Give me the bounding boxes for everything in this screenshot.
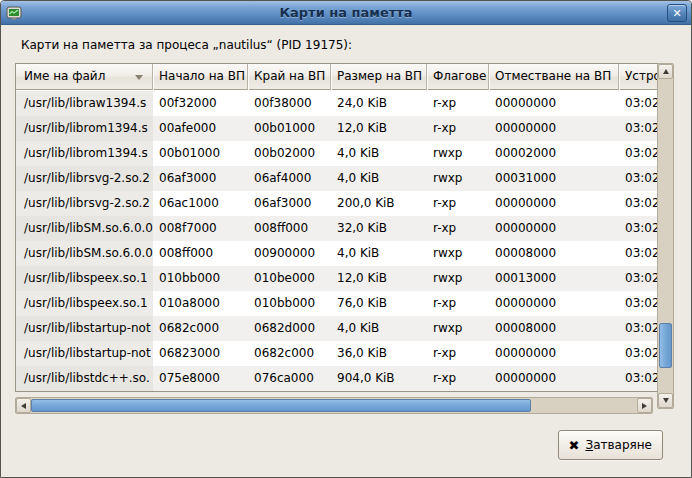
table-cell: 008ff000 [153, 241, 248, 266]
table-cell: 00f38000 [248, 91, 331, 116]
table-cell: 03:02 [619, 341, 657, 366]
sort-descending-icon [135, 75, 143, 80]
table-row[interactable]: /usr/lib/librom1394.s00afe00000b0100012,… [16, 116, 657, 141]
table-cell: 03:02 [619, 166, 657, 191]
table-cell: 03:02 [619, 316, 657, 341]
vertical-scrollbar[interactable] [657, 63, 674, 409]
table-cell: r-xp [427, 341, 489, 366]
table-cell: 0682c000 [153, 316, 248, 341]
close-button[interactable]: ✖ Затваряне [558, 430, 663, 460]
column-header-vm-offset[interactable]: Отместване на ВП [489, 64, 619, 90]
table-cell: r-xp [427, 366, 489, 391]
table-row[interactable]: /usr/lib/libstartup-not0682c0000682d0004… [16, 316, 657, 341]
table-cell: 4,0 KiB [331, 316, 427, 341]
table-cell: 00b01000 [153, 141, 248, 166]
table-cell: 00000000 [489, 366, 619, 391]
table-row[interactable]: /usr/lib/libstdc++.so.075e8000076ca00090… [16, 366, 657, 391]
horizontal-scrollbar-thumb[interactable] [31, 399, 531, 412]
table-cell: /usr/lib/libraw1394.s [16, 91, 153, 116]
table-cell: 76,0 KiB [331, 291, 427, 316]
close-button-label: Затваряне [585, 438, 652, 452]
table-body: /usr/lib/libraw1394.s00f3200000f3800024,… [16, 91, 657, 391]
table-cell: 03:02 [619, 366, 657, 391]
table-cell: 0682c000 [248, 341, 331, 366]
table-cell: r-xp [427, 291, 489, 316]
scroll-down-button[interactable] [658, 393, 673, 408]
titlebar[interactable]: Карти на паметта ✕ [1, 1, 691, 25]
table-row[interactable]: /usr/lib/librsvg-2.so.206ac100006af30002… [16, 191, 657, 216]
table-cell: r-xp [427, 191, 489, 216]
table-row[interactable]: /usr/lib/libraw1394.s00f3200000f3800024,… [16, 91, 657, 116]
table-cell: r-xp [427, 216, 489, 241]
vertical-scrollbar-thumb[interactable] [659, 323, 672, 368]
table-cell: 4,0 KiB [331, 141, 427, 166]
table-cell: /usr/lib/libspeex.so.1 [16, 291, 153, 316]
table-cell: rwxp [427, 166, 489, 191]
table-cell: rwxp [427, 316, 489, 341]
table-cell: 00000000 [489, 91, 619, 116]
column-header-flags[interactable]: Флагове [427, 64, 489, 90]
table-cell: 00000000 [489, 216, 619, 241]
table-cell: 00002000 [489, 141, 619, 166]
table-cell: r-xp [427, 116, 489, 141]
table-row[interactable]: /usr/lib/libspeex.so.1010a8000010bb00076… [16, 291, 657, 316]
column-header-filename[interactable]: Име на файл [16, 64, 153, 90]
table-cell: rwxp [427, 241, 489, 266]
table-cell: 00f32000 [153, 91, 248, 116]
table-cell: 008f7000 [153, 216, 248, 241]
table-cell: 06af3000 [153, 166, 248, 191]
table-header-row: Име на файл Начало на ВП Край на ВП Разм… [16, 64, 657, 90]
close-icon[interactable]: ✕ [667, 4, 687, 22]
memory-maps-table: Име на файл Начало на ВП Край на ВП Разм… [15, 63, 658, 392]
table-cell: 4,0 KiB [331, 166, 427, 191]
table-row[interactable]: /usr/lib/librom1394.s00b0100000b020004,0… [16, 141, 657, 166]
column-header-vm-size[interactable]: Размер на ВП [331, 64, 427, 90]
close-button-x-icon: ✖ [569, 439, 580, 452]
table-cell: /usr/lib/librom1394.s [16, 116, 153, 141]
table-cell: r-xp [427, 91, 489, 116]
table-cell: 00008000 [489, 241, 619, 266]
table-cell: 32,0 KiB [331, 216, 427, 241]
table-cell: 03:02 [619, 266, 657, 291]
table-cell: 0682d000 [248, 316, 331, 341]
column-header-vm-end[interactable]: Край на ВП [248, 64, 331, 90]
table-row[interactable]: /usr/lib/libSM.so.6.0.0008ff000009000004… [16, 241, 657, 266]
arrow-up-icon [663, 69, 669, 74]
scroll-right-button[interactable] [637, 398, 652, 413]
table-cell: 03:02 [619, 141, 657, 166]
table-cell: 03:02 [619, 291, 657, 316]
table-cell: /usr/lib/libspeex.so.1 [16, 266, 153, 291]
table-cell: 00008000 [489, 316, 619, 341]
table-cell: 010be000 [248, 266, 331, 291]
column-header-vm-start[interactable]: Начало на ВП [153, 64, 248, 90]
horizontal-scrollbar[interactable] [15, 397, 653, 414]
arrow-down-icon [663, 398, 669, 403]
table-cell: 008ff000 [248, 216, 331, 241]
table-cell: 010a8000 [153, 291, 248, 316]
column-header-device[interactable]: Устройство [619, 64, 657, 90]
table-row[interactable]: /usr/lib/libspeex.so.1010bb000010be00012… [16, 266, 657, 291]
system-monitor-icon [6, 4, 24, 22]
window-title: Карти на паметта [1, 5, 691, 20]
table-row[interactable]: /usr/lib/librsvg-2.so.206af300006af40004… [16, 166, 657, 191]
table-cell: 00031000 [489, 166, 619, 191]
table-cell: 00000000 [489, 191, 619, 216]
table-cell: 03:02 [619, 191, 657, 216]
table-cell: 904,0 KiB [331, 366, 427, 391]
table-row[interactable]: /usr/lib/libSM.so.6.0.0008f7000008ff0003… [16, 216, 657, 241]
table-cell: 03:02 [619, 116, 657, 141]
scroll-up-button[interactable] [658, 64, 673, 79]
table-cell: 010bb000 [153, 266, 248, 291]
table-cell: /usr/lib/libSM.so.6.0.0 [16, 216, 153, 241]
memory-maps-dialog: Карти на паметта ✕ Карти на паметта за п… [0, 0, 692, 478]
table-row[interactable]: /usr/lib/libstartup-not068230000682c0003… [16, 341, 657, 366]
table-cell: 03:02 [619, 91, 657, 116]
table-cell: 00b02000 [248, 141, 331, 166]
table-cell: /usr/lib/libSM.so.6.0.0 [16, 241, 153, 266]
table-cell: 03:02 [619, 216, 657, 241]
table-cell: 06ac1000 [153, 191, 248, 216]
table-cell: /usr/lib/libstartup-not [16, 341, 153, 366]
scroll-left-button[interactable] [16, 398, 31, 413]
table-cell: 24,0 KiB [331, 91, 427, 116]
table-cell: 12,0 KiB [331, 116, 427, 141]
